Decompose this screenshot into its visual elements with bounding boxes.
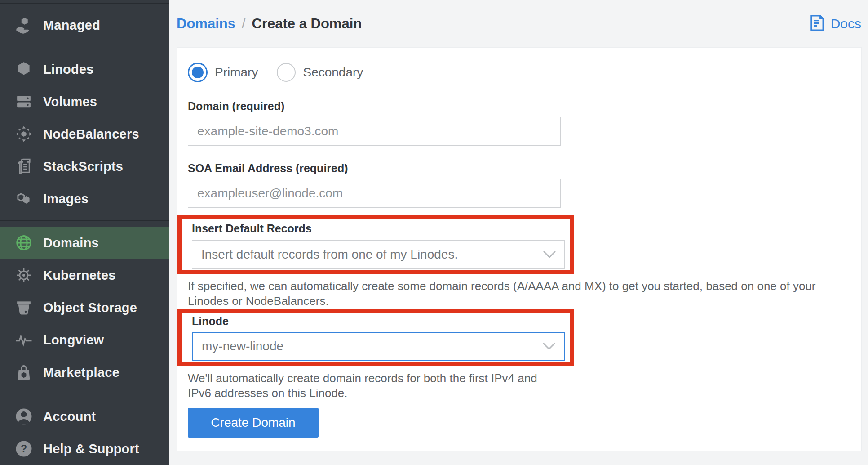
sidebar-item-nodebalancers[interactable]: NodeBalancers [0,118,169,150]
images-icon [13,188,34,209]
linode-field-label: Linode [192,315,565,328]
linodes-icon [13,59,34,80]
page-header: Domains / Create a Domain Docs [169,0,868,47]
sidebar-item-help-support[interactable]: ? Help & Support [0,433,169,465]
domain-type-radio-group: Primary Secondary [188,61,861,84]
radio-secondary[interactable]: Secondary [277,63,363,82]
radio-unselected-icon[interactable] [277,63,296,82]
sidebar-item-kubernetes[interactable]: Kubernetes [0,259,169,291]
sidebar-item-label: Account [43,409,96,424]
bucket-icon [13,297,34,318]
sidebar-item-longview[interactable]: Longview [0,324,169,356]
insert-default-records-select[interactable]: Insert default records from one of my Li… [192,240,565,269]
domain-input[interactable] [188,117,561,146]
stackscripts-icon [13,156,34,177]
create-domain-button[interactable]: Create Domain [188,408,319,438]
annotation-box-linode: Linode my-new-linode [177,309,574,366]
radio-label: Secondary [303,65,363,80]
sidebar-item-label: Managed [43,18,100,33]
breadcrumb: Domains / Create a Domain [177,16,362,32]
insert-default-records-label: Insert Default Records [192,222,565,235]
chevron-down-icon [543,250,556,259]
chevron-down-icon [542,342,556,350]
sidebar-item-marketplace[interactable]: Marketplace [0,356,169,389]
nodebalancers-icon [13,124,34,144]
sidebar-item-stackscripts[interactable]: StackScripts [0,150,169,183]
sidebar: Managed Linodes Volumes NodeBalancers [0,0,169,465]
soa-email-input[interactable] [188,179,561,208]
linode-select[interactable]: my-new-linode [192,332,565,361]
sidebar-item-object-storage[interactable]: Object Storage [0,291,169,324]
sidebar-item-images[interactable]: Images [0,183,169,215]
svg-text:?: ? [21,443,27,455]
sidebar-item-label: Kubernetes [43,268,116,283]
kubernetes-icon [13,265,34,286]
sidebar-item-label: Help & Support [43,442,139,456]
pulse-icon [13,330,34,350]
sidebar-item-label: Linodes [43,62,94,77]
sidebar-item-label: Domains [43,236,99,250]
sidebar-item-label: StackScripts [43,159,123,174]
sidebar-item-domains[interactable]: Domains [0,227,169,259]
breadcrumb-domains-link[interactable]: Domains [177,16,235,32]
shopping-bag-icon [13,362,34,383]
soa-email-field-label: SOA Email Address (required) [188,162,861,175]
docs-link[interactable]: Docs [808,13,861,34]
sidebar-item-managed[interactable]: Managed [0,4,169,47]
sidebar-item-label: Longview [43,333,104,348]
page-title: Create a Domain [252,16,362,32]
globe-icon [13,232,34,253]
radio-selected-icon[interactable] [188,63,208,82]
selected-option: Insert default records from one of my Li… [201,247,458,262]
main-content: Domains / Create a Domain Docs Primary S… [169,0,868,465]
sidebar-item-label: Volumes [43,94,97,109]
sidebar-item-volumes[interactable]: Volumes [0,85,169,118]
breadcrumb-separator: / [242,16,246,32]
account-icon [13,406,34,427]
radio-primary[interactable]: Primary [188,63,258,82]
question-mark-icon: ? [13,438,34,459]
selected-option: my-new-linode [202,339,283,353]
document-icon [808,13,831,34]
insert-default-records-help-text: If specified, we can automatically creat… [188,279,853,309]
domain-field-label: Domain (required) [188,100,861,113]
sidebar-item-label: Images [43,192,89,206]
create-domain-card: Primary Secondary Domain (required) SOA … [177,47,862,451]
radio-label: Primary [215,65,258,80]
annotation-box-insert-default-records: Insert Default Records Insert default re… [177,215,574,274]
linode-help-text: We'll automatically create domain record… [188,371,556,401]
sidebar-item-linodes[interactable]: Linodes [0,53,169,85]
docs-label: Docs [831,16,861,31]
sidebar-item-account[interactable]: Account [0,400,169,433]
sidebar-item-label: Marketplace [43,365,120,380]
volumes-icon [13,91,34,112]
sidebar-item-label: NodeBalancers [43,127,139,142]
sidebar-item-label: Object Storage [43,300,137,315]
managed-icon [13,15,34,36]
sidebar-top-divider [0,0,169,4]
